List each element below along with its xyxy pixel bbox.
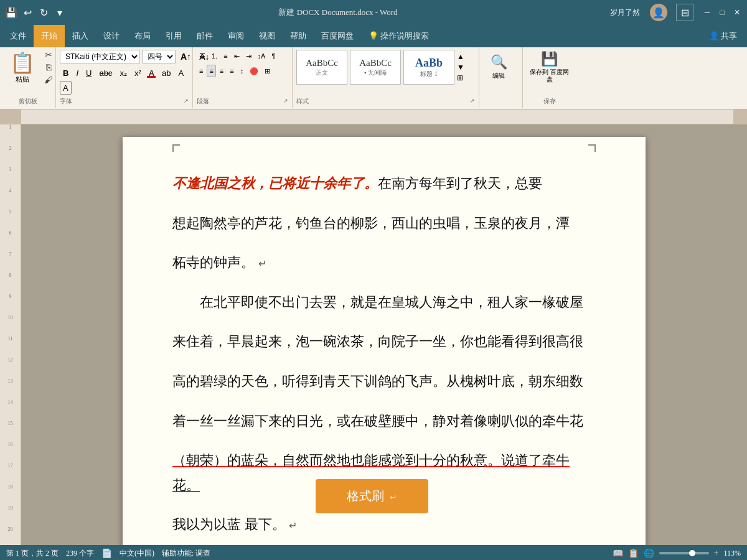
format-painter-label: 格式刷 — [347, 489, 384, 503]
edit-label: 编辑 — [492, 72, 505, 80]
editing-content: 🔍 编辑 — [483, 50, 519, 106]
char-shading-button[interactable]: A — [176, 66, 187, 80]
strikethrough-button[interactable]: abc — [96, 66, 115, 80]
paragraph-9[interactable]: 我以为以蓝 最下。 ↵ — [172, 512, 596, 537]
zoom-in-icon[interactable]: + — [714, 548, 719, 558]
style-normal-preview: AaBbCc — [306, 58, 338, 68]
print-layout-icon[interactable]: 📋 — [628, 548, 639, 559]
align-right-button[interactable]: ≡ — [217, 65, 226, 77]
menu-layout[interactable]: 布局 — [127, 25, 158, 47]
word-count-icon[interactable]: 📄 — [101, 548, 112, 559]
cut-button[interactable]: ✂ — [42, 50, 55, 60]
menu-review[interactable]: 审阅 — [220, 25, 251, 47]
edit-button[interactable]: 🔍 编辑 — [483, 50, 514, 85]
copy-button[interactable]: ⎘ — [42, 63, 55, 73]
menu-design[interactable]: 设计 — [96, 25, 127, 47]
font-content: STKaiti (中文正文) 四号 三号 小四 A↑ A↓ B I U abc … — [60, 50, 189, 96]
highlight-button[interactable]: ab — [159, 66, 174, 80]
read-mode-icon[interactable]: 📖 — [613, 548, 623, 559]
page-info: 第 1 页，共 2 页 — [6, 548, 59, 559]
status-right: 📖 📋 🌐 + 113% — [613, 548, 741, 559]
bold-button[interactable]: B — [60, 66, 72, 80]
line-spacing-button[interactable]: ↕ — [238, 65, 247, 77]
ribbon-display-options[interactable]: ⊟ — [676, 4, 693, 21]
paragraph-3[interactable]: 柘寺的钟声。 ↵ — [172, 250, 596, 275]
save-buttons: 💾 保存到 百度网盘 — [527, 50, 572, 85]
border-button[interactable]: ⊞ — [262, 65, 273, 77]
shading-button[interactable]: 🔴 — [247, 65, 261, 77]
zoom-slider[interactable] — [659, 552, 709, 554]
menu-insert[interactable]: 插入 — [65, 25, 96, 47]
font-expand-icon[interactable]: ↗ — [184, 98, 189, 104]
decrease-indent-button[interactable]: ⇤ — [232, 50, 242, 62]
align-center-button[interactable]: ≡ — [207, 65, 215, 77]
menu-home[interactable]: 开始 — [34, 25, 65, 47]
redo-icon[interactable]: ↻ — [37, 6, 50, 19]
increase-indent-button[interactable]: ⇥ — [243, 50, 254, 62]
style-normal[interactable]: AaBbCc 正文 — [296, 50, 347, 85]
paragraph-5[interactable]: 来住着，早晨起来，泡一碗浓茶，向院子一坐，你也能看得到很高很 — [172, 329, 596, 354]
font-size-select[interactable]: 四号 三号 小四 — [142, 50, 176, 63]
underline-button[interactable]: U — [83, 66, 95, 80]
format-paint-button[interactable]: 🖌 — [42, 75, 55, 85]
style-h1-label: 标题 1 — [420, 70, 438, 78]
paragraph-1[interactable]: 不逢北国之秋，已将近十余年了。在南方每年到了秋天，总要 — [172, 171, 596, 196]
paragraph-7[interactable]: 着一丝一丝漏下来的日光，或在破壁腰中，静对着像喇叭似的牵牛花 — [172, 409, 596, 434]
numbering-button[interactable]: 1. — [209, 50, 220, 62]
font-name-select[interactable]: STKaiti (中文正文) — [60, 50, 140, 63]
menu-help[interactable]: 帮助 — [283, 25, 314, 47]
styles-scroll: ▲ ▼ ⊞ — [457, 52, 464, 83]
save-button[interactable]: 💾 保存到 百度网盘 — [529, 50, 571, 85]
ruler-scale[interactable]: // Will be rendered via JS — [21, 110, 733, 124]
paragraph-2[interactable]: 想起陶然亭的芦花，钓鱼台的柳影，西山的虫唱，玉泉的夜月，潭 — [172, 211, 596, 236]
paste-button[interactable]: 📋 粘贴 — [4, 50, 41, 85]
web-layout-icon[interactable]: 🌐 — [644, 548, 654, 559]
menu-references[interactable]: 引用 — [158, 25, 189, 47]
justify-button[interactable]: ≡ — [227, 65, 236, 77]
save-quickaccess-icon[interactable]: 💾 — [5, 6, 17, 19]
document-area[interactable]: 不逢北国之秋，已将近十余年了。在南方每年到了秋天，总要 想起陶然亭的芦花，钓鱼台… — [21, 124, 747, 545]
more-quickaccess-icon[interactable]: ▾ — [54, 6, 66, 19]
bullets-button[interactable]: ☰ — [197, 50, 208, 62]
font-label: 字体 — [60, 96, 72, 106]
grow-font-button[interactable]: A↑ — [177, 50, 194, 63]
menu-baidu[interactable]: 百度网盘 — [314, 25, 361, 47]
menu-view[interactable]: 视图 — [251, 25, 283, 47]
multilevel-button[interactable]: ≡ — [221, 50, 230, 62]
subscript-button[interactable]: x₂ — [116, 66, 130, 80]
save-content: 💾 保存到 百度网盘 — [527, 50, 572, 96]
italic-button[interactable]: I — [73, 66, 82, 80]
undo-icon[interactable]: ↩ — [21, 6, 34, 19]
menu-bar: 文件 开始 插入 设计 布局 引用 邮件 审阅 视图 帮助 百度网盘 💡 操作说… — [0, 25, 747, 47]
styles-expand[interactable]: ⊞ — [457, 73, 464, 83]
restore-button[interactable]: □ — [717, 7, 727, 17]
font-color-button[interactable]: A — [146, 66, 157, 80]
style-nospace[interactable]: AaBbCc ▪ 无间隔 — [350, 50, 401, 85]
align-left-button[interactable]: ≡ — [197, 65, 205, 77]
window-controls: 岁月了然 👤 ⊟ ─ □ ✕ — [610, 4, 742, 21]
clipboard-sub-buttons: ✂ ⎘ 🖌 — [42, 50, 55, 85]
format-painter-tooltip[interactable]: 格式刷 ↵ — [316, 479, 428, 513]
paragraph-4[interactable]: 在北平即使不出门去罢，就是在皇城人海之中，租人家一椽破屋 — [172, 290, 596, 315]
superscript-button[interactable]: x² — [131, 66, 144, 80]
menu-file[interactable]: 文件 — [2, 25, 34, 47]
minimize-button[interactable]: ─ — [702, 7, 712, 17]
char-border-button[interactable]: A — [60, 81, 72, 95]
styles-scroll-down[interactable]: ▼ — [457, 63, 464, 72]
style-h1[interactable]: AaBb 标题 1 — [403, 50, 454, 85]
menu-mailings[interactable]: 邮件 — [189, 25, 220, 47]
close-button[interactable]: ✕ — [732, 7, 742, 17]
sort-button[interactable]: ↕A — [255, 50, 268, 62]
styles-scroll-up[interactable]: ▲ — [457, 52, 464, 62]
accessibility[interactable]: 辅助功能: 调查 — [162, 548, 210, 559]
share-button[interactable]: 👤 共享 — [702, 25, 745, 47]
paragraph-6[interactable]: 高的碧绿的天色，听得到青天下训鸽的飞声。从槐树叶底，朝东细数 — [172, 369, 596, 394]
status-bar: 第 1 页，共 2 页 239 个字 📄 中文(中国) 辅助功能: 调查 📖 📋… — [0, 545, 747, 560]
zoom-thumb[interactable] — [689, 550, 695, 556]
para9-pilcrow: ↵ — [289, 520, 297, 531]
menu-search[interactable]: 💡 操作说明搜索 — [361, 25, 436, 47]
show-marks-button[interactable]: ¶ — [269, 50, 278, 62]
para-expand-icon[interactable]: ↗ — [283, 98, 288, 104]
styles-expand-icon[interactable]: ↗ — [470, 98, 475, 104]
para9-start: 我以为以蓝 — [172, 516, 241, 532]
